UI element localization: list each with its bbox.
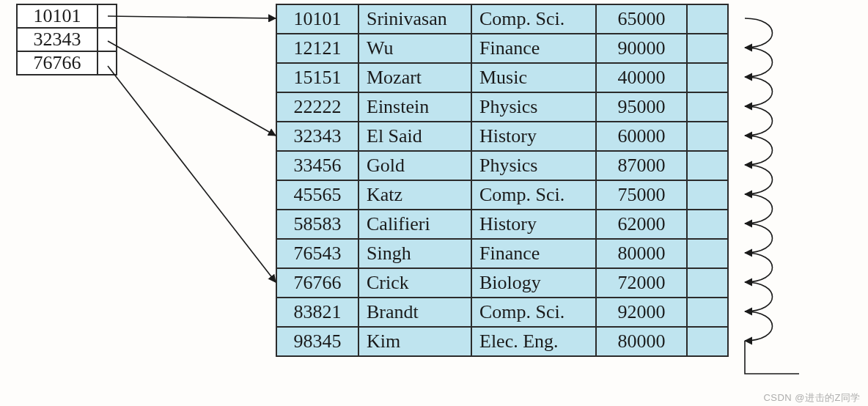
table-row: 12121 Wu Finance 90000 (276, 34, 728, 63)
next-arrow (745, 165, 773, 194)
cell-dept: Physics (471, 151, 596, 180)
cell-id: 15151 (276, 63, 358, 92)
cell-id: 45565 (276, 180, 358, 210)
next-arrow (745, 18, 773, 48)
index-pointer-cell (98, 51, 117, 75)
next-arrow (745, 48, 773, 77)
cell-next-pointer (687, 327, 728, 356)
next-arrow-tail (745, 341, 799, 374)
cell-name: El Said (358, 122, 471, 151)
next-arrow (745, 224, 773, 253)
cell-name: Kim (358, 327, 471, 356)
cell-salary: 40000 (596, 63, 687, 92)
cell-salary: 80000 (596, 327, 687, 356)
index-key: 10101 (17, 4, 98, 28)
cell-salary: 80000 (596, 239, 687, 268)
cell-salary: 62000 (596, 210, 687, 239)
table-row: 76543 Singh Finance 80000 (276, 239, 728, 268)
index-row: 10101 (17, 4, 117, 28)
cell-next-pointer (687, 239, 728, 268)
next-arrow (745, 77, 773, 106)
index-arrow (108, 16, 276, 18)
cell-next-pointer (687, 298, 728, 327)
cell-next-pointer (687, 210, 728, 239)
index-arrow (108, 66, 276, 282)
index-arrow (108, 41, 276, 136)
instructor-file: 10101 Srinivasan Comp. Sci. 65000 12121 … (276, 4, 729, 357)
next-arrow (745, 282, 773, 311)
table-row: 98345 Kim Elec. Eng. 80000 (276, 327, 728, 356)
cell-dept: Music (471, 63, 596, 92)
cell-id: 58583 (276, 210, 358, 239)
table-row: 15151 Mozart Music 40000 (276, 63, 728, 92)
cell-next-pointer (687, 180, 728, 210)
cell-id: 76766 (276, 268, 358, 298)
cell-salary: 87000 (596, 151, 687, 180)
cell-next-pointer (687, 122, 728, 151)
index-pointer-cell (98, 4, 117, 28)
cell-name: Einstein (358, 92, 471, 122)
index-row: 76766 (17, 51, 117, 75)
cell-next-pointer (687, 92, 728, 122)
cell-id: 33456 (276, 151, 358, 180)
cell-salary: 92000 (596, 298, 687, 327)
cell-name: Singh (358, 239, 471, 268)
cell-next-pointer (687, 34, 728, 63)
cell-dept: Physics (471, 92, 596, 122)
cell-next-pointer (687, 151, 728, 180)
cell-id: 12121 (276, 34, 358, 63)
cell-salary: 60000 (596, 122, 687, 151)
cell-name: Mozart (358, 63, 471, 92)
cell-id: 98345 (276, 327, 358, 356)
cell-salary: 90000 (596, 34, 687, 63)
cell-salary: 72000 (596, 268, 687, 298)
cell-name: Brandt (358, 298, 471, 327)
cell-id: 76543 (276, 239, 358, 268)
cell-next-pointer (687, 268, 728, 298)
cell-dept: Comp. Sci. (471, 298, 596, 327)
cell-id: 83821 (276, 298, 358, 327)
table-row: 76766 Crick Biology 72000 (276, 268, 728, 298)
next-arrow (745, 194, 773, 224)
cell-id: 10101 (276, 4, 358, 34)
next-arrow (745, 136, 773, 165)
next-arrow (745, 253, 773, 282)
table-row: 33456 Gold Physics 87000 (276, 151, 728, 180)
index-row: 32343 (17, 28, 117, 51)
cell-id: 22222 (276, 92, 358, 122)
next-arrow (745, 311, 773, 341)
watermark-text: CSDN @进击的Z同学 (763, 391, 861, 405)
table-row: 22222 Einstein Physics 95000 (276, 92, 728, 122)
cell-name: Crick (358, 268, 471, 298)
cell-dept: Comp. Sci. (471, 180, 596, 210)
cell-dept: Finance (471, 34, 596, 63)
table-row: 58583 Califieri History 62000 (276, 210, 728, 239)
cell-salary: 75000 (596, 180, 687, 210)
table-row: 45565 Katz Comp. Sci. 75000 (276, 180, 728, 210)
cell-salary: 65000 (596, 4, 687, 34)
table-row: 83821 Brandt Comp. Sci. 92000 (276, 298, 728, 327)
sparse-index-table: 10101 32343 76766 (16, 4, 117, 75)
cell-name: Wu (358, 34, 471, 63)
cell-dept: Biology (471, 268, 596, 298)
next-arrow (745, 106, 773, 136)
cell-salary: 95000 (596, 92, 687, 122)
index-key: 32343 (17, 28, 98, 51)
cell-next-pointer (687, 63, 728, 92)
table-row: 32343 El Said History 60000 (276, 122, 728, 151)
table-row: 10101 Srinivasan Comp. Sci. 65000 (276, 4, 728, 34)
cell-id: 32343 (276, 122, 358, 151)
index-pointer-cell (98, 28, 117, 51)
cell-name: Gold (358, 151, 471, 180)
cell-name: Srinivasan (358, 4, 471, 34)
cell-name: Califieri (358, 210, 471, 239)
cell-dept: History (471, 210, 596, 239)
index-key: 76766 (17, 51, 98, 75)
cell-dept: Finance (471, 239, 596, 268)
cell-dept: Elec. Eng. (471, 327, 596, 356)
cell-dept: History (471, 122, 596, 151)
cell-next-pointer (687, 4, 728, 34)
cell-name: Katz (358, 180, 471, 210)
cell-dept: Comp. Sci. (471, 4, 596, 34)
